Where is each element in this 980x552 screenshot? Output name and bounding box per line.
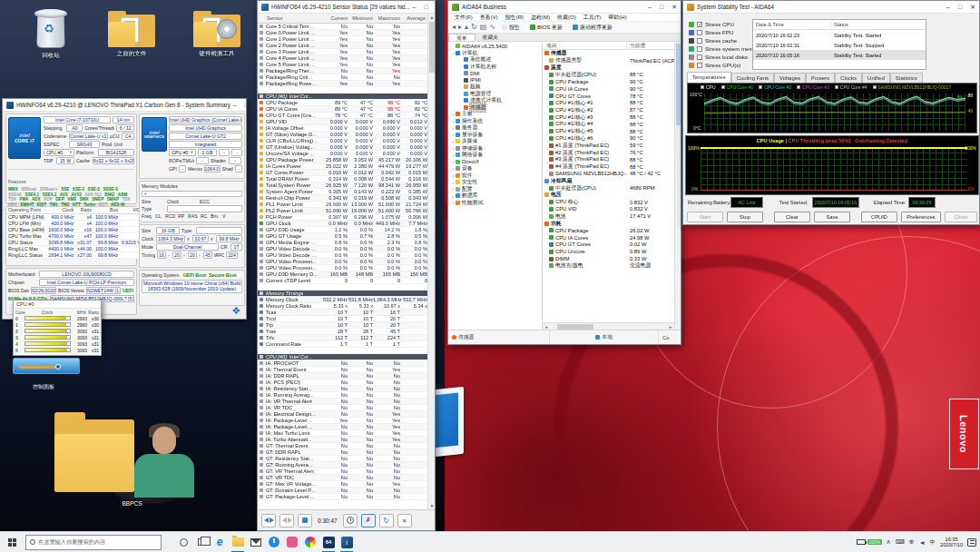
sensor-row[interactable]: Core 5 Power Limit ...YesNoYes bbox=[258, 62, 427, 68]
clear-button[interactable]: Clear bbox=[774, 212, 810, 222]
ime-indicator[interactable]: 中 bbox=[930, 538, 936, 547]
minimize-button[interactable]: – bbox=[413, 4, 416, 11]
sensor-row[interactable]: IA: Electrical Design...NoNoYes bbox=[258, 411, 427, 418]
taskbar-search-input[interactable]: 在这里输入你要搜索的内容 bbox=[25, 535, 162, 550]
stress-checkbox[interactable]: Stress local disks bbox=[689, 53, 761, 61]
log-columns[interactable]: Date & Time Status bbox=[753, 20, 926, 30]
sensor-row[interactable]: PL1 Power Limit26.000 W13.000 W51.000 W2… bbox=[258, 202, 427, 208]
toolbar-icon[interactable]: ▤ bbox=[480, 23, 487, 32]
toolbar-button[interactable]: 报告 bbox=[498, 22, 524, 34]
edge-button[interactable]: e bbox=[211, 532, 229, 552]
tree-item[interactable]: 计算机名称 bbox=[448, 64, 542, 71]
item-row[interactable]: CPU IA Cores24.98 W bbox=[543, 234, 674, 242]
mail-button[interactable] bbox=[247, 532, 265, 552]
sensor-row[interactable]: Total DRAM Power0.314 W0.308 W0.544 W0.3… bbox=[258, 176, 427, 182]
close-button[interactable]: Close bbox=[945, 212, 977, 222]
tree-item[interactable]: ›性能测试 bbox=[448, 200, 542, 207]
sensor-row[interactable]: CLR (CBo/LLC/Ring)...0.000 V0.000 V0.000… bbox=[258, 138, 427, 144]
sensor-row[interactable]: Trp10 T10 T20 T bbox=[258, 322, 427, 329]
toolbar-button[interactable]: 驱动程序更新 bbox=[569, 22, 616, 34]
legend-item[interactable]: CPU Core #3 bbox=[797, 84, 829, 90]
item-row[interactable]: #4 温度 (ThinkPad EC)88 °C bbox=[543, 163, 674, 171]
aida-titlebar[interactable]: AIDA64 Business –□✕ bbox=[448, 1, 681, 14]
sensor-row[interactable]: Total System Power26.925 W7.120 W98.341 … bbox=[258, 182, 427, 189]
sensor-row[interactable]: Package/Ring Ther...NoNoYes bbox=[258, 68, 427, 74]
sensor-row[interactable]: Tcas10 T10 T16 T bbox=[258, 310, 427, 316]
battery-indicator[interactable]: 100% bbox=[857, 539, 882, 545]
item-row[interactable]: CPU Package26.02 W bbox=[543, 227, 674, 234]
maximize-button[interactable]: □ bbox=[958, 4, 962, 11]
legend-item[interactable]: CPU Core #2 bbox=[759, 84, 791, 90]
sensor-row[interactable]: Rest-of-Chip Power0.343 W0.319 W0.508 W0… bbox=[258, 195, 427, 202]
sensor-row[interactable]: IA: DDR RAPLNoNoNo bbox=[258, 373, 427, 380]
sensor-row[interactable]: GPU Video Decode ...0.0 %0.0 %0.0 %0.0 % bbox=[258, 252, 427, 259]
maximize-button[interactable]: □ bbox=[425, 4, 428, 11]
summary-titlebar[interactable]: HWiNFO64 v6.29-4210 @ LENOVO ThinkPad X1… bbox=[3, 99, 246, 112]
item-row[interactable]: CPU 核心0.832 V bbox=[543, 199, 674, 206]
item-row[interactable]: CPU Uncore0.89 W bbox=[543, 248, 674, 255]
cpuid-button[interactable]: CPUID bbox=[861, 212, 897, 222]
tree-item[interactable]: DMI bbox=[448, 70, 542, 77]
sensor-column-headers[interactable]: Sensor Current Minimum Maximum Average bbox=[258, 14, 435, 24]
desktop-icon-folder-tools[interactable]: 硬件检测工具 bbox=[185, 11, 249, 58]
sensor-row[interactable]: GT (Slice) Voltage O...0.000 V0.000 V0.0… bbox=[258, 132, 427, 138]
sensor-row[interactable]: PL2 Power Limit51.000 W19.000 W51.000 W5… bbox=[258, 208, 427, 214]
aida-toolbar[interactable]: ◂▸▴↻▤∿报告BIOS 更新驱动程序更新 bbox=[448, 22, 681, 34]
sensor-section-header[interactable]: CPU [#0]: Intel Cor... bbox=[258, 94, 427, 100]
menu-item[interactable]: 报告(R) bbox=[503, 14, 526, 22]
tray-expand-button[interactable]: ∧ bbox=[887, 538, 891, 546]
sensor-row[interactable]: Core 1 Power Limit ...YesNoYes bbox=[258, 36, 427, 43]
panel-tab[interactable]: 菜单 bbox=[448, 34, 475, 41]
pink-app-button[interactable] bbox=[283, 532, 301, 552]
sensor-row[interactable]: GPU Video Processi...0.0 %0.0 %0.0 %0.0 … bbox=[258, 265, 427, 271]
sensor-row[interactable]: Trfc112 T112 T224 T bbox=[258, 335, 427, 341]
sensor-row[interactable]: IA: Residency Stat...NoNoNo bbox=[258, 386, 427, 392]
item-row[interactable]: 中央处理器(CPU)88 °C bbox=[543, 71, 674, 78]
nav-disabled-button[interactable] bbox=[279, 514, 294, 527]
save-button[interactable]: Save bbox=[814, 212, 850, 222]
menu-item[interactable]: 工具(T) bbox=[581, 14, 604, 22]
sensor-row[interactable]: GT: VR Thermal AlertNoNoNo bbox=[258, 468, 427, 475]
sensor-row[interactable]: GT: Residency Stat...NoNoNo bbox=[258, 456, 427, 462]
tree-item[interactable]: ›网络设备 bbox=[448, 152, 542, 159]
sensor-row[interactable]: IA: Turbo Attenuati...NoNoYes bbox=[258, 437, 427, 443]
toolbar-icon[interactable]: ◂ bbox=[452, 23, 456, 32]
sensor-row[interactable]: IA: Running Averag...NoNoNo bbox=[258, 392, 427, 399]
sensor-row[interactable]: IA: Max Turbo LimitNoNoYes bbox=[258, 430, 427, 437]
sensor-row[interactable]: IA: Package-Level ...YesNoYes bbox=[258, 418, 427, 424]
sensor-titlebar[interactable]: HWiNFO64 v6.29-4210 Sensor Status [29 va… bbox=[258, 1, 435, 14]
sensor-row[interactable]: GT: Domain-Level P...NoNoNo bbox=[258, 488, 427, 494]
maximize-button[interactable]: □ bbox=[660, 4, 663, 11]
sensor-row[interactable]: PCH Power0.307 W0.296 W1.075 W0.306 W bbox=[258, 214, 427, 221]
sensor-row[interactable]: CPU Package Power25.858 W3.053 W45.217 W… bbox=[258, 157, 427, 163]
sensor-row[interactable]: Package/Ring Powe...YesNoYes bbox=[258, 81, 427, 87]
cortana-button[interactable] bbox=[174, 532, 192, 552]
stress-checkbox[interactable]: Stress CPU bbox=[689, 20, 761, 28]
sensor-row[interactable]: IA Voltage Offset0.000 V0.000 V0.000 V0.… bbox=[258, 125, 427, 132]
sensor-row[interactable]: GPU Video Decode ...0.0 %0.0 %0.0 %0.0 % bbox=[258, 246, 427, 252]
log-row[interactable]: 2020/7/10 16:02:23Stability Test: Starte… bbox=[753, 30, 926, 40]
sensor-row[interactable]: GPU Video Processi...0.0 %0.0 %0.0 %0.0 … bbox=[258, 259, 427, 265]
file-explorer-button[interactable] bbox=[229, 532, 247, 552]
desktop-icon-recycle-bin[interactable]: ♻ 回收站 bbox=[18, 7, 83, 60]
sensor-row[interactable]: IA: VR Thermal AlertNoNoNo bbox=[258, 399, 427, 405]
sensor-section-header[interactable]: Memory Timings bbox=[258, 291, 427, 297]
aida-vertical-scrollbar[interactable] bbox=[674, 42, 681, 330]
stress-checkbox[interactable]: Stress GPU(s) bbox=[689, 61, 761, 69]
legend-item[interactable]: SAMSUNG MZVLB512HBJQ-00017 bbox=[873, 84, 952, 90]
sensor-scrollbar[interactable]: ▲ ▼ bbox=[427, 14, 435, 509]
sensor-row[interactable]: GT: DDR RAPLNoNoNo bbox=[258, 449, 427, 456]
preferences-button[interactable]: Preferences bbox=[901, 212, 941, 222]
window-controls[interactable]: –□✕ bbox=[648, 4, 677, 11]
sensor-row[interactable]: Tras28 T28 T45 T bbox=[258, 329, 427, 335]
aida-menubar[interactable]: 文件(F)查看(V)报告(R)远程(M)收藏(O)工具(T)帮助(H) bbox=[448, 14, 681, 22]
sensor-row[interactable]: CPU IA Cores89 °C47 °C98 °C82 °C bbox=[258, 106, 427, 113]
sensor-row[interactable]: GPU Media Engine ...0.8 %0.6 %2.3 %0.8 % bbox=[258, 240, 427, 246]
window-controls[interactable]: –□✕ bbox=[946, 4, 975, 11]
desktop-icon-bbpcs-folder[interactable]: BBPCS bbox=[53, 410, 211, 507]
sensor-row[interactable]: Core 0 Power Limit ...YesNoYes bbox=[258, 30, 427, 36]
sensor-row[interactable]: Current cTDP Level0000 bbox=[258, 278, 427, 284]
aida-horizontal-scrollbar[interactable]: ◂▸ bbox=[543, 322, 674, 330]
toolbar-icon[interactable]: ∿ bbox=[489, 23, 495, 32]
logging-button[interactable]: ✗ bbox=[361, 514, 376, 527]
